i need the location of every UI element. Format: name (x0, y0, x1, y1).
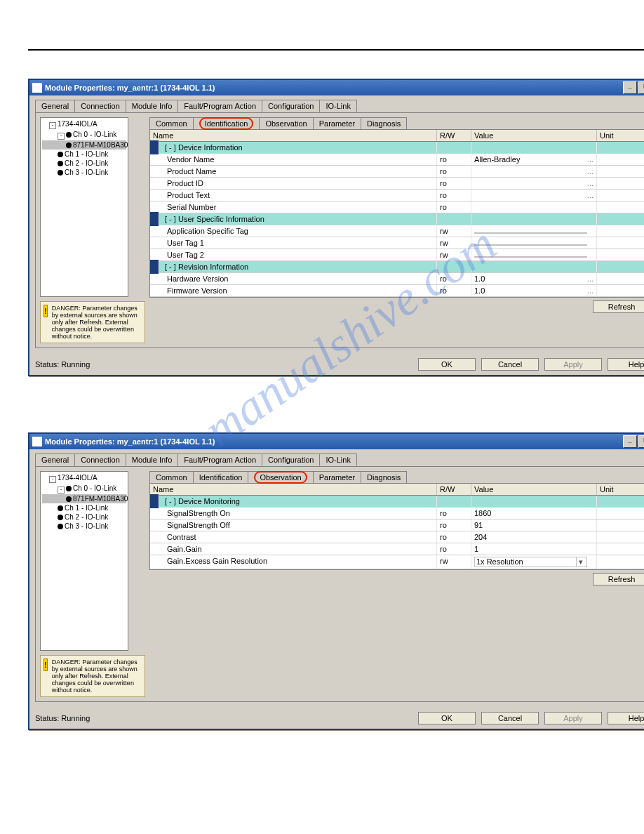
parameter-grid: NameR/WValueUnit[ - ] Device MonitoringS… (149, 483, 644, 570)
grid-section[interactable]: [ - ] Revision Information (150, 261, 644, 273)
grid-row: Gain.Gainro1 (150, 543, 644, 555)
inner-tab[interactable]: Observation (259, 117, 313, 129)
window-title: Module Properties: my_aentr:1 (1734-4IOL… (45, 437, 215, 446)
tree-item[interactable]: 871FM-M10BA30-FI (42, 494, 126, 503)
inner-tab[interactable]: Parameter (313, 117, 361, 129)
outer-tab[interactable]: Configuration (262, 454, 320, 466)
outer-tabs: GeneralConnectionModule InfoFault/Progra… (29, 95, 644, 112)
warning-icon: ! (43, 658, 48, 671)
col-rw: R/W (437, 484, 471, 495)
warning-box: !DANGER: Parameter changes by external s… (40, 655, 145, 697)
grid-row: Firmware Versionro1.0... (150, 285, 644, 297)
apply-button[interactable]: Apply (544, 712, 602, 724)
inner-tab[interactable]: Diagnosis (361, 117, 407, 129)
tree-item[interactable]: Ch 3 - IO-Link (42, 168, 126, 177)
dropdown-icon[interactable]: ▾ (576, 557, 585, 567)
titlebar: Module Properties: my_aentr:1 (1734-4IOL… (29, 434, 644, 449)
cancel-button[interactable]: Cancel (481, 358, 539, 371)
titlebar: Module Properties: my_aentr:1 (1734-4IOL… (29, 80, 644, 95)
warning-box: !DANGER: Parameter changes by external s… (40, 301, 145, 343)
outer-tab[interactable]: Configuration (262, 100, 320, 112)
outer-tab[interactable]: Connection (74, 100, 126, 112)
outer-tabs: GeneralConnectionModule InfoFault/Progra… (29, 449, 644, 466)
inner-tab[interactable]: Common (149, 471, 194, 483)
minimize-button[interactable]: _ (623, 81, 637, 94)
tree-item[interactable]: Ch 2 - IO-Link (42, 512, 126, 522)
outer-tab[interactable]: IO-Link (319, 454, 356, 466)
grid-row: User Tag 2rw (150, 249, 644, 261)
grid-row: Gain.Excess Gain Resolutionrw1x Resoluti… (150, 555, 644, 569)
status-text: Status: Running (35, 360, 90, 369)
grid-row: Product IDro... (150, 178, 644, 190)
inner-tab[interactable]: Identification (193, 471, 249, 483)
tree-item[interactable]: -1734-4IOL/A (42, 119, 126, 130)
outer-tab[interactable]: Module Info (126, 454, 178, 466)
grid-row: SignalStrength Offro91 (150, 519, 644, 531)
outer-tab[interactable]: Module Info (126, 100, 178, 112)
col-name: Name (150, 130, 437, 141)
grid-row: Product Namero... (150, 166, 644, 178)
tree-item[interactable]: 871FM-M10BA30-FI (42, 140, 126, 150)
ok-button[interactable]: OK (418, 358, 476, 371)
app-icon (32, 437, 42, 446)
outer-tab[interactable]: General (35, 454, 75, 466)
apply-button[interactable]: Apply (544, 358, 602, 371)
inner-tabs: CommonIdentificationObservationParameter… (149, 471, 644, 483)
tree-item[interactable]: Ch 1 - IO-Link (42, 150, 126, 159)
status-text: Status: Running (35, 714, 90, 722)
grid-row: Serial Numberro (150, 201, 644, 213)
maximize-button[interactable]: □ (638, 435, 644, 448)
grid-row: Vendor NameroAllen-Bradley... (150, 154, 644, 166)
grid-row: Contrastro204 (150, 531, 644, 543)
help-button[interactable]: Help (608, 358, 644, 371)
tree-item[interactable]: -Ch 0 - IO-Link (42, 484, 126, 494)
grid-row: Hardware Versionro1.0... (150, 273, 644, 285)
inner-tab[interactable]: Identification (193, 117, 260, 129)
inner-tab[interactable]: Observation (248, 471, 313, 483)
col-name: Name (150, 484, 437, 495)
tree-item[interactable]: -1734-4IOL/A (42, 473, 126, 484)
outer-tab[interactable]: IO-Link (319, 100, 356, 112)
value-input[interactable] (474, 232, 587, 234)
inner-tab[interactable]: Common (149, 117, 194, 129)
cancel-button[interactable]: Cancel (481, 712, 539, 724)
maximize-button[interactable]: □ (638, 81, 644, 94)
tree-view[interactable]: -1734-4IOL/A-Ch 0 - IO-Link871FM-M10BA30… (40, 471, 128, 651)
grid-section[interactable]: [ - ] Device Information (150, 142, 644, 154)
value-input[interactable] (474, 256, 587, 258)
refresh-button[interactable]: Refresh (593, 300, 644, 313)
minimize-button[interactable]: _ (623, 435, 637, 448)
col-rw: R/W (437, 130, 471, 141)
col-unit: Unit (597, 484, 644, 495)
grid-row: SignalStrength Onro1860 (150, 508, 644, 519)
col-unit: Unit (597, 130, 644, 141)
grid-row: Product Textro... (150, 190, 644, 201)
outer-tab[interactable]: Fault/Program Action (177, 454, 262, 466)
value-input[interactable] (474, 244, 587, 246)
inner-tab[interactable]: Parameter (313, 471, 361, 483)
tree-item[interactable]: Ch 2 - IO-Link (42, 159, 126, 168)
app-icon (32, 83, 42, 93)
parameter-grid: NameR/WValueUnit[ - ] Device Information… (149, 129, 644, 298)
help-button[interactable]: Help (608, 712, 644, 724)
grid-section[interactable]: [ - ] User Specific Information (150, 213, 644, 225)
outer-tab[interactable]: Connection (74, 454, 126, 466)
inner-tabs: CommonIdentificationObservationParameter… (149, 117, 644, 129)
value-input[interactable]: 1x Resolution▾ (474, 557, 587, 567)
tree-item[interactable]: Ch 3 - IO-Link (42, 522, 126, 531)
outer-tab[interactable]: Fault/Program Action (177, 100, 262, 112)
grid-row: User Tag 1rw (150, 237, 644, 249)
tree-view[interactable]: -1734-4IOL/A-Ch 0 - IO-Link871FM-M10BA30… (40, 117, 128, 297)
tree-item[interactable]: Ch 1 - IO-Link (42, 503, 126, 512)
tree-item[interactable]: -Ch 0 - IO-Link (42, 130, 126, 140)
col-value: Value (471, 484, 597, 495)
col-value: Value (471, 130, 597, 141)
grid-row: Application Specific Tagrw (150, 225, 644, 237)
outer-tab[interactable]: General (35, 100, 75, 112)
inner-tab[interactable]: Diagnosis (361, 471, 407, 483)
refresh-button[interactable]: Refresh (593, 573, 644, 585)
warning-icon: ! (43, 305, 48, 317)
grid-section[interactable]: [ - ] Device Monitoring (150, 496, 644, 508)
ok-button[interactable]: OK (418, 712, 476, 724)
window-title: Module Properties: my_aentr:1 (1734-4IOL… (45, 84, 215, 92)
